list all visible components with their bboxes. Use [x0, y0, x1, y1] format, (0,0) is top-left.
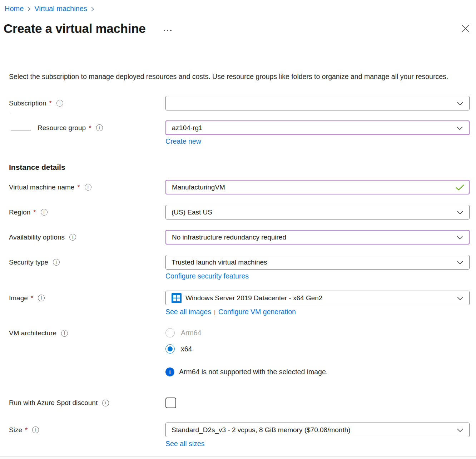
resource-group-value: az104-rg1	[172, 124, 203, 132]
spot-discount-checkbox[interactable]	[165, 398, 176, 408]
arm64-info-message: i Arm64 is not supported with the select…	[165, 367, 470, 376]
info-icon[interactable]: i	[32, 426, 39, 433]
info-filled-icon: i	[165, 367, 174, 376]
field-row-vm-architecture: VM architecture i Arm64 x64 i Arm64 is n…	[9, 327, 470, 376]
size-value: Standard_D2s_v3 - 2 vcpus, 8 GiB memory …	[172, 426, 351, 434]
info-icon[interactable]: i	[41, 209, 48, 216]
info-icon[interactable]: i	[69, 234, 76, 241]
breadcrumb-virtual-machines[interactable]: Virtual machines	[34, 5, 87, 13]
chevron-down-icon	[457, 236, 463, 240]
intro-text: Select the subscription to manage deploy…	[9, 71, 462, 82]
see-all-sizes-link[interactable]: See all sizes	[165, 440, 204, 448]
size-label: Size * i	[9, 426, 165, 434]
valid-check-icon	[455, 184, 465, 191]
vm-architecture-radio-group: Arm64 x64	[165, 327, 470, 354]
region-value: (US) East US	[172, 208, 212, 216]
info-icon[interactable]: i	[56, 100, 63, 107]
security-type-value: Trusted launch virtual machines	[172, 258, 267, 266]
info-icon[interactable]: i	[96, 124, 103, 131]
info-icon[interactable]: i	[38, 295, 45, 301]
radio-unselected-icon	[165, 328, 175, 337]
field-row-size: Size * i Standard_D2s_v3 - 2 vcpus, 8 Gi…	[9, 423, 470, 437]
chevron-down-icon	[457, 296, 463, 300]
configure-security-features-link[interactable]: Configure security features	[165, 272, 249, 280]
radio-x64[interactable]: x64	[165, 344, 470, 354]
field-row-vm-name: Virtual machine name * i	[9, 180, 470, 194]
close-icon[interactable]	[460, 23, 471, 34]
resource-group-label: Resource group * i	[9, 124, 165, 132]
chevron-down-icon	[457, 211, 463, 214]
field-row-spot-discount: Run with Azure Spot discount i	[9, 398, 470, 408]
required-asterisk: *	[25, 426, 28, 434]
see-all-images-link[interactable]: See all images	[165, 308, 211, 316]
radio-arm64[interactable]: Arm64	[165, 328, 470, 337]
title-row: Create a virtual machine	[0, 18, 476, 39]
image-label: Image * i	[9, 294, 165, 302]
radio-selected-icon	[165, 344, 175, 354]
security-type-select[interactable]: Trusted launch virtual machines	[165, 255, 470, 270]
breadcrumb: Home Virtual machines	[0, 0, 476, 14]
info-icon[interactable]: i	[85, 184, 91, 191]
vm-name-input[interactable]	[165, 180, 470, 194]
vm-name-label: Virtual machine name * i	[9, 183, 165, 191]
section-heading-instance-details: Instance details	[9, 163, 470, 172]
field-row-image: Image * i Windows Server 2019 Datacenter…	[9, 291, 470, 305]
info-icon[interactable]: i	[53, 259, 60, 266]
region-label: Region * i	[9, 208, 165, 216]
spot-discount-label: Run with Azure Spot discount i	[9, 399, 165, 407]
chevron-down-icon	[457, 261, 463, 265]
required-asterisk: *	[31, 294, 33, 302]
windows-logo-icon	[172, 293, 182, 303]
availability-value: No infrastructure redundancy required	[172, 233, 286, 241]
required-asterisk: *	[33, 208, 36, 216]
image-select[interactable]: Windows Server 2019 Datacenter - x64 Gen…	[165, 291, 470, 305]
chevron-down-icon	[457, 102, 463, 105]
page-title: Create a virtual machine	[4, 21, 145, 36]
chevron-down-icon	[457, 428, 463, 432]
field-row-resource-group: Resource group * i az104-rg1	[9, 120, 470, 135]
required-asterisk: *	[49, 99, 52, 107]
chevron-right-icon	[91, 6, 94, 12]
create-new-link[interactable]: Create new	[165, 137, 201, 145]
security-type-label: Security type i	[9, 258, 165, 266]
field-row-region: Region * i (US) East US	[9, 205, 470, 219]
footer-divider	[0, 456, 476, 459]
field-row-subscription: Subscription * i	[9, 96, 470, 110]
link-separator: |	[214, 309, 215, 315]
info-icon[interactable]: i	[102, 400, 109, 406]
required-asterisk: *	[89, 124, 91, 132]
field-row-security-type: Security type i Trusted launch virtual m…	[9, 255, 470, 270]
subscription-select[interactable]	[165, 96, 470, 110]
availability-select[interactable]: No infrastructure redundancy required	[165, 230, 470, 245]
availability-label: Availability options i	[9, 233, 165, 241]
region-select[interactable]: (US) East US	[165, 205, 470, 219]
breadcrumb-home[interactable]: Home	[5, 5, 24, 13]
configure-vm-generation-link[interactable]: Configure VM generation	[218, 308, 296, 316]
vm-architecture-label: VM architecture i	[9, 327, 165, 337]
resource-group-select[interactable]: az104-rg1	[165, 120, 470, 135]
subscription-label: Subscription * i	[9, 99, 165, 107]
chevron-down-icon	[457, 126, 463, 130]
indent-connector-line	[11, 113, 31, 131]
chevron-right-icon	[27, 6, 31, 12]
info-icon[interactable]: i	[61, 330, 68, 337]
image-value: Windows Server 2019 Datacenter - x64 Gen…	[185, 294, 322, 302]
create-vm-form: Select the subscription to manage deploy…	[0, 71, 476, 448]
required-asterisk: *	[77, 183, 80, 191]
field-row-availability: Availability options i No infrastructure…	[9, 230, 470, 245]
size-select[interactable]: Standard_D2s_v3 - 2 vcpus, 8 GiB memory …	[165, 423, 470, 437]
more-options-icon[interactable]	[162, 28, 173, 33]
